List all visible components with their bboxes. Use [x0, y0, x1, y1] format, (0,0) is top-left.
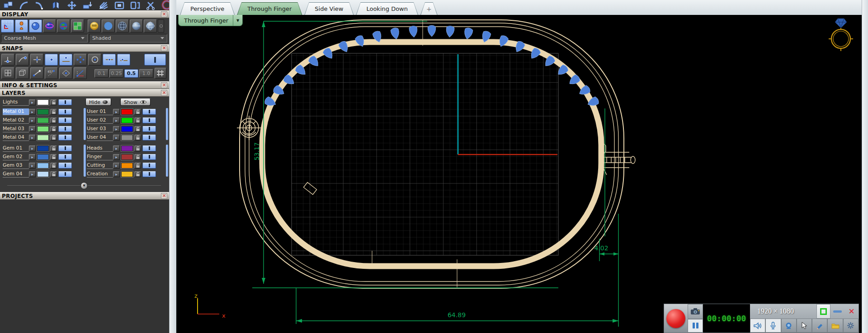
layer-name-cutting[interactable]: Cutting — [87, 162, 113, 169]
layer-lock-button[interactable] — [134, 135, 141, 141]
move-icon[interactable] — [66, 0, 78, 10]
collapse-knob-icon[interactable]: ▼ — [80, 182, 88, 189]
layer-color-swatch[interactable] — [37, 154, 49, 160]
screenshot-button[interactable] — [688, 304, 703, 319]
layer-expand-button[interactable]: ▶ — [113, 135, 120, 141]
layer-lock-button[interactable] — [50, 99, 57, 105]
layer-visibility-button[interactable] — [142, 117, 156, 123]
layer-lock-button[interactable] — [50, 171, 57, 177]
layer-color-swatch[interactable] — [121, 126, 133, 132]
snap-ortho-toggle[interactable] — [144, 54, 166, 66]
hide-button[interactable]: Hide — [85, 98, 111, 106]
layer-visibility-button[interactable] — [142, 163, 156, 169]
layer-expand-button[interactable]: ▶ — [113, 145, 120, 151]
info-settings-close-icon[interactable]: ✕ — [161, 82, 167, 88]
layer-lock-button[interactable] — [134, 126, 141, 132]
show-cursor-toggle-button[interactable] — [797, 319, 812, 333]
mirror-icon[interactable] — [50, 0, 62, 10]
record-region-button[interactable] — [816, 304, 830, 319]
layer-lock-button[interactable] — [134, 154, 141, 160]
layer-lock-button[interactable] — [134, 145, 141, 151]
trim-icon[interactable] — [145, 0, 157, 10]
add-viewport-tab[interactable]: + — [420, 2, 438, 15]
layer-color-swatch[interactable] — [37, 109, 49, 115]
layers-panel-header[interactable]: LAYERS ✕ — [0, 89, 169, 97]
layer-visibility-button[interactable] — [58, 154, 72, 160]
layer-lock-button[interactable] — [50, 126, 57, 132]
layer-name-metal-02[interactable]: Metal 02 — [3, 117, 29, 124]
projects-close-icon[interactable]: ✕ — [161, 193, 167, 199]
layer-expand-button[interactable]: ▶ — [113, 126, 120, 132]
microphone-toggle-button[interactable] — [765, 319, 781, 333]
snap-center-button[interactable] — [88, 54, 101, 66]
layer-color-swatch[interactable] — [121, 154, 133, 160]
snap-perpendicular-button[interactable] — [1, 54, 14, 66]
layer-color-swatch[interactable] — [37, 99, 49, 105]
snap-intersection-button[interactable] — [30, 54, 43, 66]
ring-orientation-icon[interactable] — [829, 19, 853, 51]
layer-lock-button[interactable] — [134, 163, 141, 169]
snap-smarttrack-button[interactable] — [74, 67, 87, 79]
layer-name-metal-04[interactable]: Metal 04 — [3, 134, 29, 141]
layer-color-swatch[interactable] — [37, 117, 49, 123]
snap-end-button[interactable] — [16, 54, 29, 66]
draw-tool-button[interactable] — [812, 319, 827, 333]
layer-visibility-button[interactable] — [58, 117, 72, 123]
layer-expand-button[interactable]: ▶ — [29, 99, 36, 105]
layer-name-metal-03[interactable]: Metal 03 — [3, 126, 29, 132]
viewport-scrollbar[interactable] — [862, 0, 868, 333]
layer-color-swatch[interactable] — [37, 126, 49, 132]
layer-color-swatch[interactable] — [37, 135, 49, 141]
layer-color-swatch[interactable] — [121, 117, 133, 123]
layer-name-user-04[interactable]: User 04 — [87, 134, 113, 141]
polysurface-icon[interactable] — [3, 0, 14, 10]
layers-collapse-divider[interactable]: ▼ — [7, 182, 161, 189]
snap-planar-button[interactable] — [59, 67, 72, 79]
layer-name-gem-01[interactable]: Gem 01 — [3, 145, 29, 152]
snaps-panel-header[interactable]: SNAPS ✕ — [0, 44, 169, 52]
snaps-close-icon[interactable]: ✕ — [161, 45, 167, 51]
layer-expand-button[interactable]: ▶ — [113, 163, 120, 169]
layer-visibility-button[interactable] — [58, 126, 72, 132]
layer-expand-button[interactable]: ▶ — [113, 109, 120, 115]
rendered-sphere-button[interactable] — [130, 19, 143, 33]
layer-expand-button[interactable]: ▶ — [113, 171, 120, 177]
layer-name-user-01[interactable]: User 01 — [87, 108, 113, 115]
xray-sphere-button[interactable] — [144, 19, 157, 33]
viewport-title-dropdown[interactable]: Through Finger ▼ — [178, 15, 243, 26]
info-settings-panel-header[interactable]: INFO & SETTINGS ✕ — [0, 81, 169, 89]
layer-lock-button[interactable] — [50, 109, 57, 115]
snap-quadrant-button[interactable] — [74, 54, 87, 66]
layers-close-icon[interactable]: ✕ — [161, 90, 167, 96]
layer-visibility-button[interactable] — [142, 145, 156, 151]
layer-visibility-button[interactable] — [58, 163, 72, 169]
layer-name-gem-04[interactable]: Gem 04 — [3, 171, 29, 178]
layer-lock-button[interactable] — [134, 109, 141, 115]
layer-expand-button[interactable]: ▶ — [29, 109, 36, 115]
arc-icon[interactable] — [19, 0, 30, 10]
snap-increment-0.5[interactable]: 0.5 — [124, 69, 138, 78]
globe-view-button[interactable] — [57, 19, 70, 33]
snap-midpoint-button[interactable] — [103, 54, 116, 66]
snap-near-button[interactable] — [59, 54, 72, 66]
snap-on-curve-button[interactable] — [117, 54, 130, 66]
grid-snap-button[interactable] — [155, 68, 166, 79]
layer-color-swatch[interactable] — [37, 163, 49, 169]
layer-name-gem-02[interactable]: Gem 02 — [3, 154, 29, 160]
snap-increment-0.25[interactable]: 0.25 — [109, 69, 123, 78]
layer-expand-button[interactable]: ▶ — [113, 117, 120, 123]
tab-looking-down[interactable]: Looking Down — [356, 2, 418, 15]
layer-visibility-button[interactable] — [142, 109, 156, 115]
layer-lock-button[interactable] — [50, 145, 57, 151]
layer-expand-button[interactable]: ▶ — [29, 126, 36, 132]
layer-visibility-button[interactable] — [58, 135, 72, 141]
snap-line-button[interactable] — [30, 67, 43, 79]
layer-name-gem-03[interactable]: Gem 03 — [3, 162, 29, 169]
curve-point-icon[interactable] — [34, 0, 46, 10]
snap-increment-0.1[interactable]: 0.1 — [94, 69, 108, 78]
snap-osnap-cube-button[interactable] — [16, 67, 29, 79]
layer-expand-button[interactable]: ▶ — [113, 154, 120, 160]
layer-expand-button[interactable]: ▶ — [29, 135, 36, 141]
minimize-button[interactable] — [830, 304, 844, 319]
snap-grid-quadrant-button[interactable] — [1, 67, 14, 79]
